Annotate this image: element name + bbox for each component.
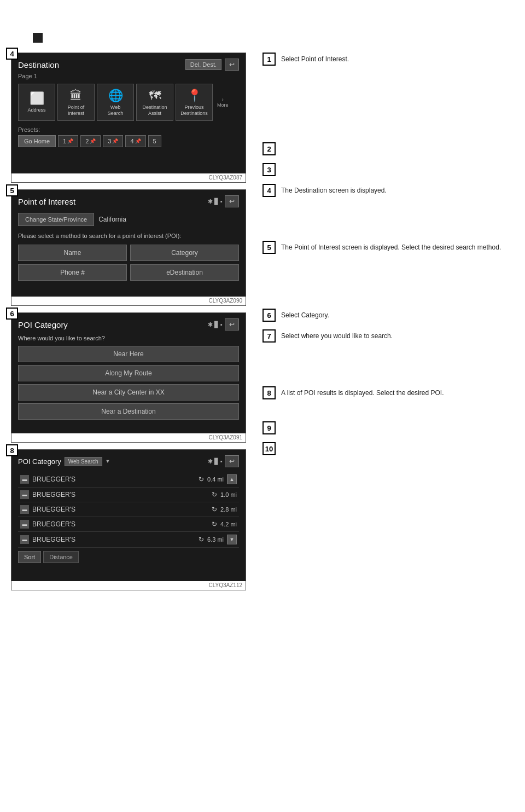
screen4-title: Destination — [18, 60, 59, 69]
screen5-title: Point of Interest — [18, 197, 75, 206]
change-state-button[interactable]: Change State/Province — [18, 213, 94, 226]
more-button[interactable]: ›More — [215, 95, 231, 110]
back-button-8[interactable]: ↩ — [225, 455, 239, 467]
annotation-num-3: 3 — [262, 163, 276, 176]
left-column: 4 Destination Del. Dest. ↩ Page 1 ⬜ Addr… — [11, 33, 246, 597]
right-column: 1 Select Point of Interest. 2 3 4 The De… — [246, 33, 509, 597]
preset-4-button[interactable]: 4 📌 — [125, 135, 145, 147]
bottom-bar: Sort Distance — [18, 551, 239, 563]
back-button-5[interactable]: ↩ — [225, 195, 239, 207]
annotation-num-6: 6 — [262, 309, 276, 322]
result-name-3: BRUEGGER'S — [32, 506, 75, 513]
result-left-2: ▬ BRUEGGER'S — [20, 490, 75, 499]
result-dist-2: 1.0 mi — [220, 491, 237, 498]
web-search-label: WebSearch — [108, 105, 124, 117]
signal-icons-6: ✱ ▊ ▪ — [208, 321, 223, 328]
screen8-title-text: POI Category — [18, 457, 61, 466]
preset-3-button[interactable]: 3 📌 — [103, 135, 123, 147]
annotation-num-8: 8 — [262, 386, 276, 399]
presets-label: Presets: — [18, 126, 239, 133]
result-name-2: BRUEGGER'S — [32, 491, 75, 498]
location-buttons: Near Here Along My Route Near a City Cen… — [18, 346, 239, 420]
dest-assist-label: DestinationAssist — [142, 105, 167, 117]
poi-phone-button[interactable]: Phone # — [18, 264, 127, 281]
preset-1-button[interactable]: 1 📌 — [58, 135, 78, 147]
prev-dest-icon: 📍 — [187, 89, 202, 103]
bluetooth-icon-6: ✱ — [208, 321, 213, 328]
result-dist-3: 2.8 mi — [220, 506, 237, 513]
distance-label: Distance — [43, 551, 79, 563]
route-icon-2: ↻ — [212, 491, 217, 498]
screen-panel-4: 4 Destination Del. Dest. ↩ Page 1 ⬜ Addr… — [11, 53, 246, 183]
result-right-3: ↻ 2.8 mi — [212, 506, 237, 513]
screen5-content: Point of Interest ✱ ▊ ▪ ↩ Change State/P… — [11, 190, 246, 297]
signal-icons-8: ✱ ▊ ▪ — [208, 458, 223, 465]
preset-5-button[interactable]: 5 — [148, 135, 161, 147]
annotation-text-1: Select Point of Interest. — [281, 53, 349, 64]
web-search-icon-item[interactable]: 🌐 WebSearch — [97, 84, 134, 121]
screen4-content: Destination Del. Dest. ↩ Page 1 ⬜ Addres… — [11, 53, 246, 173]
annotation-text-6: Select Category. — [281, 309, 329, 320]
screen-panel-6: 6 POI Category ✱ ▊ ▪ ↩ Where would you l… — [11, 312, 246, 443]
battery-icon: ▪ — [220, 198, 223, 205]
preset-2-button[interactable]: 2 📌 — [80, 135, 101, 147]
bluetooth-icon: ✱ — [208, 198, 213, 205]
result-row-3[interactable]: ▬ BRUEGGER'S ↻ 2.8 mi — [18, 502, 239, 517]
result-row-5[interactable]: ▬ BRUEGGER'S ↻ 6.3 mi ▼ — [18, 532, 239, 548]
screen-panel-5: 5 Point of Interest ✱ ▊ ▪ ↩ Change State… — [11, 189, 246, 306]
poi-method-buttons: Name Category Phone # eDestination — [18, 245, 239, 281]
near-destination-button[interactable]: Near a Destination — [18, 403, 239, 420]
signal-bar-icon-6: ▊ — [214, 321, 219, 328]
sort-button[interactable]: Sort — [18, 551, 41, 563]
address-icon-item[interactable]: ⬜ Address — [18, 84, 55, 121]
poi-icon-item[interactable]: 🏛 Point ofInterest — [57, 84, 95, 121]
result-right-5: ↻ 6.3 mi ▼ — [199, 535, 237, 544]
state-row: Change State/Province California — [18, 213, 239, 226]
annotation-text-8: A list of POI results is displayed. Sele… — [281, 386, 444, 398]
poi-name-button[interactable]: Name — [18, 245, 127, 261]
near-here-button[interactable]: Near Here — [18, 346, 239, 362]
scroll-down-btn[interactable]: ▼ — [227, 535, 237, 544]
annotation-num-9: 9 — [262, 421, 276, 434]
screen4-header: Destination Del. Dest. ↩ — [18, 59, 239, 71]
battery-icon-8: ▪ — [220, 458, 223, 465]
annotation-num-10: 10 — [262, 442, 276, 455]
result-name-1: BRUEGGER'S — [32, 475, 75, 483]
screen5-header: Point of Interest ✱ ▊ ▪ ↩ — [18, 195, 239, 207]
go-home-button[interactable]: Go Home — [18, 135, 56, 147]
annotation-num-5: 5 — [262, 241, 276, 254]
prev-dest-icon-item[interactable]: 📍 PreviousDestinations — [176, 84, 213, 121]
annotation-7: 7 Select where you would like to search. — [262, 329, 509, 343]
state-value: California — [98, 216, 126, 223]
web-search-icon: 🌐 — [108, 89, 123, 103]
annotation-3: 3 — [262, 163, 509, 176]
dest-assist-icon: 🗺 — [149, 89, 161, 103]
signal-bar-icon-8: ▊ — [214, 458, 219, 465]
panel-number-4: 4 — [6, 48, 18, 60]
annotation-8: 8 A list of POI results is displayed. Se… — [262, 386, 509, 399]
result-dist-5: 6.3 mi — [207, 536, 224, 543]
result-icon-1: ▬ — [20, 475, 29, 484]
result-row-2[interactable]: ▬ BRUEGGER'S ↻ 1.0 mi — [18, 488, 239, 502]
annotation-4: 4 The Destination screen is displayed. — [262, 184, 509, 197]
result-right-4: ↻ 4.2 mi — [212, 520, 237, 528]
route-icon-4: ↻ — [212, 520, 217, 528]
panel-code-5: CLYQ3AZ090 — [11, 297, 246, 305]
web-search-badge: Web Search — [65, 457, 102, 466]
annotation-num-7: 7 — [262, 329, 276, 343]
scroll-up-btn[interactable]: ▲ — [227, 474, 237, 484]
result-row-1[interactable]: ▬ BRUEGGER'S ↻ 0.4 mi ▲ — [18, 472, 239, 488]
screen8-title-row: POI Category Web Search ▼ — [18, 457, 110, 466]
result-row-4[interactable]: ▬ BRUEGGER'S ↻ 4.2 mi — [18, 517, 239, 532]
del-dest-button[interactable]: Del. Dest. — [185, 59, 221, 70]
poi-label: Point ofInterest — [68, 105, 85, 117]
address-label: Address — [27, 107, 45, 113]
dest-assist-icon-item[interactable]: 🗺 DestinationAssist — [136, 84, 173, 121]
poi-category-button[interactable]: Category — [130, 245, 239, 261]
back-button-6[interactable]: ↩ — [225, 318, 239, 330]
poi-edestination-button[interactable]: eDestination — [130, 264, 239, 281]
annotation-text-5: The Point of Interest screen is displaye… — [281, 241, 501, 252]
back-button-4[interactable]: ↩ — [225, 59, 239, 71]
near-city-button[interactable]: Near a City Center in XX — [18, 384, 239, 401]
along-route-button[interactable]: Along My Route — [18, 365, 239, 381]
